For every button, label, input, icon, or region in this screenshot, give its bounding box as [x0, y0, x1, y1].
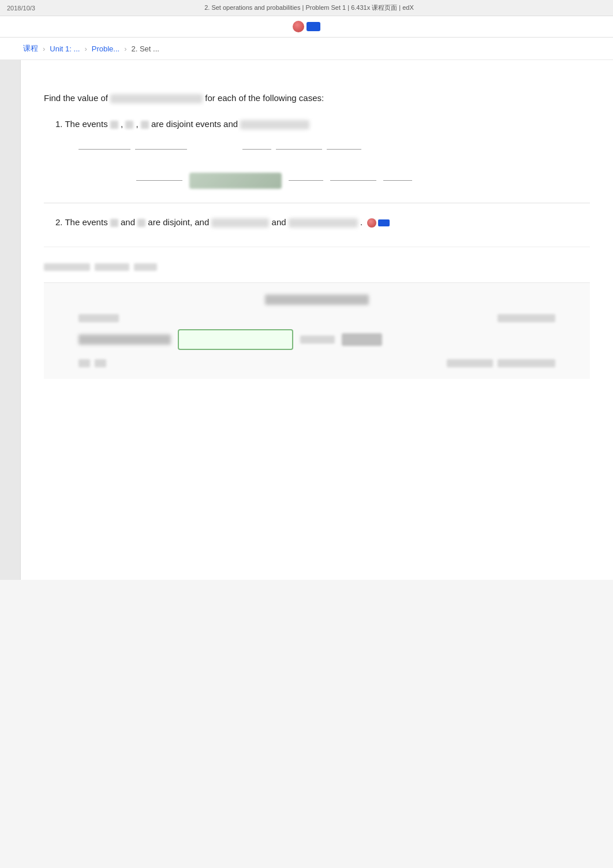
- problem-2-text: 2. The events and are disjoint, and and …: [55, 215, 590, 230]
- blurred-formula-intro: [110, 94, 203, 103]
- p1-comma2: ,: [136, 119, 141, 129]
- browser-title: 2. Set operations and probabilities | Pr…: [204, 3, 414, 12]
- section-divider: [44, 203, 590, 203]
- breadcrumb-sep-1: ›: [84, 44, 87, 53]
- p1-answer-row: [79, 173, 590, 189]
- p1-underline-2: [135, 149, 187, 150]
- p1-underline-5: [327, 149, 361, 150]
- breadcrumb-sep-0: ›: [43, 44, 45, 53]
- p2-period: .: [360, 217, 362, 227]
- p2-condition2: [289, 218, 358, 228]
- p2-prefix: The events: [65, 217, 110, 227]
- footer-math-1: [265, 295, 369, 305]
- main-wrapper: Find the value of for each of the follow…: [0, 60, 613, 580]
- browser-date: 2018/10/3: [7, 5, 35, 12]
- p1-middle: are disjoint events and: [151, 119, 240, 129]
- site-header: [0, 16, 613, 38]
- p2-and1: and: [121, 217, 137, 227]
- logo-pink-dot: [293, 21, 304, 32]
- footer-submit-label: [300, 336, 335, 344]
- footer-math-2: [79, 334, 171, 345]
- p2-event-A: [110, 219, 118, 227]
- p1-event-A: [110, 121, 118, 129]
- browser-bar: 2018/10/3 2. Set operations and probabil…: [0, 0, 613, 16]
- bottom-section: [44, 247, 590, 271]
- breadcrumb-item-1[interactable]: Unit 1: ...: [50, 44, 80, 53]
- breadcrumb: 课程 › Unit 1: ... › Proble... › 2. Set ..…: [0, 38, 613, 60]
- footer-label-right: [498, 314, 555, 322]
- p2-number: 2.: [55, 217, 63, 227]
- problem-section: Find the value of for each of the follow…: [44, 91, 590, 229]
- p2-condition1: [211, 218, 269, 228]
- footer-bottom-1: [79, 359, 90, 367]
- problem-item-2: 2. The events and are disjoint, and and …: [44, 215, 590, 230]
- p1-condition: [240, 120, 309, 129]
- problem-intro: Find the value of for each of the follow…: [44, 91, 590, 105]
- p1-underline-1: [79, 149, 130, 150]
- content-area: Find the value of for each of the follow…: [21, 60, 613, 580]
- inline-logo-pink: [367, 218, 376, 228]
- p1-prefix: The events: [65, 119, 110, 129]
- footer-bottom-4: [498, 359, 555, 367]
- bottom-blurred-1: [44, 263, 90, 271]
- p1-underline-3: [242, 149, 271, 150]
- problem-item-1: 1. The events , , are disjoint events an…: [44, 117, 590, 189]
- p1-comma1: ,: [121, 119, 125, 129]
- p2-event-B: [137, 219, 145, 227]
- p1-underline-4: [276, 149, 322, 150]
- intro-text-1: Find the value of: [44, 93, 108, 103]
- problem-1-text: 1. The events , , are disjoint events an…: [55, 117, 590, 132]
- p1-ans-underline-2: [289, 180, 323, 181]
- submit-button[interactable]: [342, 333, 382, 346]
- logo-blue-rect: [306, 22, 320, 31]
- p1-input-row-1: [79, 149, 590, 150]
- answer-input-green[interactable]: [178, 329, 293, 350]
- left-sidebar: [0, 60, 21, 580]
- bottom-blurred-2: [95, 263, 129, 271]
- p2-and2: and: [272, 217, 289, 227]
- inline-logo-blue: [378, 219, 390, 226]
- p1-answer-input[interactable]: [189, 173, 282, 189]
- breadcrumb-item-0[interactable]: 课程: [23, 43, 38, 54]
- p1-event-C: [141, 121, 149, 129]
- breadcrumb-item-2[interactable]: Proble...: [92, 44, 119, 53]
- footer-bottom-2: [95, 359, 106, 367]
- breadcrumb-item-3: 2. Set ...: [131, 44, 159, 53]
- site-logo: [293, 21, 320, 32]
- bottom-blurred-3: [134, 263, 157, 271]
- footer-bottom-3: [447, 359, 493, 367]
- p1-number: 1.: [55, 119, 63, 129]
- footer-label-left: [79, 314, 119, 322]
- p1-ans-underline-1: [136, 180, 182, 181]
- p2-middle: are disjoint, and: [148, 217, 211, 227]
- answer-text-input[interactable]: [179, 330, 292, 349]
- bottom-nav-line: [44, 263, 590, 271]
- intro-text-2: for each of the following cases:: [205, 93, 324, 103]
- p1-ans-underline-4: [383, 180, 412, 181]
- breadcrumb-sep-2: ›: [124, 44, 126, 53]
- problem-footer: [44, 282, 590, 379]
- p1-event-B: [125, 121, 133, 129]
- p1-ans-underline-3: [330, 180, 376, 181]
